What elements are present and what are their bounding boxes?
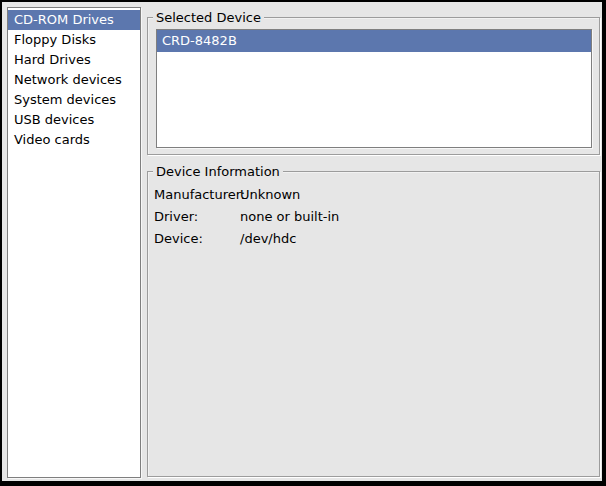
driver-value: none or built-in [240,209,593,225]
sidebar-item-usb-devices[interactable]: USB devices [8,110,140,130]
sidebar-item-system-devices[interactable]: System devices [8,90,140,110]
sidebar-item-floppy-disks[interactable]: Floppy Disks [8,30,140,50]
device-information-fields: Manufacturer: Unknown Driver: none or bu… [154,184,593,250]
driver-label: Driver: [154,209,240,225]
sidebar-item-cdrom-drives[interactable]: CD-ROM Drives [8,10,140,30]
device-list-item-crd-8482b[interactable]: CRD-8482B [157,30,591,52]
manufacturer-label: Manufacturer: [154,187,240,203]
manufacturer-value: Unknown [240,187,593,203]
device-information-frame: Device Information Manufacturer: Unknown… [147,171,600,477]
sidebar-item-hard-drives[interactable]: Hard Drives [8,50,140,70]
selected-device-frame: Selected Device CRD-8482B [147,17,600,155]
sidebar-item-video-cards[interactable]: Video cards [8,130,140,150]
device-information-frame-title: Device Information [153,164,283,179]
category-list: CD-ROM Drives Floppy Disks Hard Drives N… [7,7,141,478]
device-value: /dev/hdc [240,231,593,247]
device-list: CRD-8482B [156,29,592,148]
selected-device-frame-title: Selected Device [153,10,264,25]
hardware-browser-window: CD-ROM Drives Floppy Disks Hard Drives N… [0,0,606,486]
sidebar-item-network-devices[interactable]: Network devices [8,70,140,90]
device-label: Device: [154,231,240,247]
